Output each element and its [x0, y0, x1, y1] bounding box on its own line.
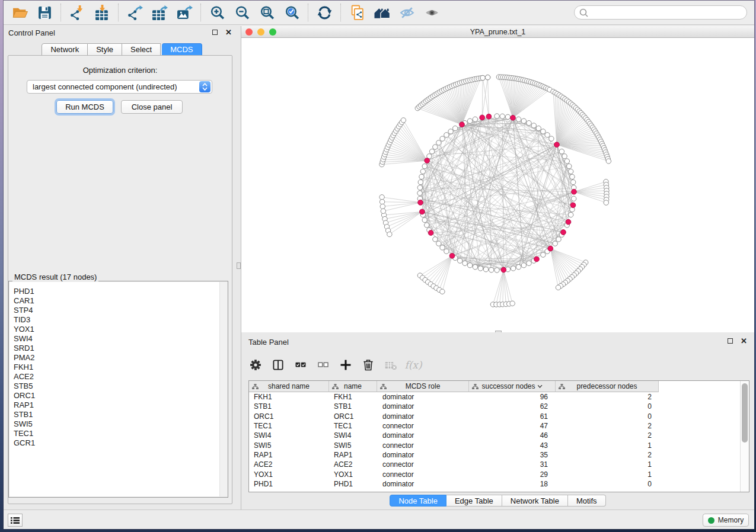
mcds-result-item[interactable]: ACE2 — [14, 372, 227, 382]
close-panel-button[interactable]: Close panel — [121, 100, 183, 114]
column-header-shared-name[interactable]: shared name — [249, 381, 329, 392]
mcds-result-item[interactable]: TEC1 — [14, 429, 227, 438]
import-network-button[interactable] — [65, 2, 90, 23]
delete-button[interactable] — [361, 358, 375, 372]
main-toolbar — [4, 1, 754, 25]
table-tab-network-table[interactable]: Network Table — [502, 495, 568, 507]
network-window-titlebar[interactable]: YPA_prune.txt_1 — [241, 26, 754, 38]
show-network-icon — [424, 5, 440, 21]
mcds-result-item[interactable]: PHD1 — [14, 287, 227, 296]
table-row[interactable]: YOX1YOX1connector291 — [249, 469, 740, 479]
select-all-icon — [294, 358, 307, 371]
table-row[interactable]: SWI5SWI5connector431 — [249, 440, 740, 450]
mcds-result-item[interactable]: SWI5 — [14, 419, 227, 429]
open-button[interactable] — [7, 2, 32, 23]
import-table-button[interactable] — [90, 2, 114, 23]
save-icon — [37, 5, 53, 21]
mcds-result-item[interactable]: SRD1 — [14, 344, 227, 353]
network-canvas[interactable] — [241, 38, 754, 332]
refresh-icon — [317, 5, 333, 21]
zoom-in-button[interactable] — [205, 2, 229, 23]
control-panel-title: Control Panel — [8, 28, 55, 37]
column-header-predecessor-nodes[interactable]: predecessor nodes — [556, 381, 659, 392]
deselect-all-button[interactable] — [316, 358, 330, 372]
table-header: shared namenameMCDS rolesuccessor nodesp… — [249, 381, 740, 392]
mcds-result-item[interactable]: YOX1 — [14, 325, 227, 334]
export-network-button[interactable] — [122, 2, 147, 23]
table-row[interactable]: FKH1FKH1dominator962 — [249, 392, 740, 402]
add-button[interactable] — [339, 358, 353, 372]
refresh-button[interactable] — [312, 2, 337, 23]
home-button[interactable] — [369, 2, 394, 23]
mcds-result-list[interactable]: PHD1CAR1STP4TID3YOX1SWI4SRD1PMA2FKH1ACE2… — [9, 282, 227, 496]
table-panel-title: Table Panel — [248, 338, 289, 347]
hide-network-button[interactable] — [394, 2, 419, 23]
share-document-button[interactable] — [344, 2, 369, 23]
table-tab-node-table[interactable]: Node Table — [390, 495, 446, 507]
close-icon[interactable]: ✕ — [741, 338, 747, 344]
table-tab-motifs[interactable]: Motifs — [568, 495, 606, 507]
function-builder-button[interactable]: f(x) — [406, 358, 420, 372]
tab-style[interactable]: Style — [88, 43, 122, 56]
split-columns-button[interactable] — [271, 358, 285, 372]
mcds-result-item[interactable]: TID3 — [14, 315, 227, 325]
float-icon[interactable] — [728, 338, 733, 344]
mcds-result-item[interactable]: STP4 — [14, 306, 227, 315]
search-box[interactable] — [574, 5, 747, 20]
mcds-result-item[interactable]: STB5 — [14, 382, 227, 391]
zoom-out-button[interactable] — [229, 2, 254, 23]
close-icon[interactable]: ✕ — [225, 30, 232, 35]
deselect-all-icon — [317, 358, 330, 371]
zoom-out-icon — [234, 5, 250, 21]
table-row[interactable]: RAP1RAP1dominator352 — [249, 450, 740, 460]
table-row[interactable]: TEC1TEC1connector472 — [249, 421, 740, 431]
export-image-button[interactable] — [172, 2, 197, 23]
tab-mcds[interactable]: MCDS — [162, 43, 202, 56]
column-type-icon — [559, 384, 565, 390]
mcds-result-item[interactable]: SWI4 — [14, 334, 227, 344]
zoom-fit-button[interactable] — [254, 2, 279, 23]
memory-button[interactable]: Memory — [703, 514, 749, 527]
application-window: Control Panel ✕ NetworkStyleSelectMCDS O… — [4, 1, 754, 529]
search-input[interactable] — [592, 8, 742, 17]
run-mcds-button[interactable]: Run MCDS — [56, 100, 113, 114]
table-tab-edge-table[interactable]: Edge Table — [446, 495, 502, 507]
add-icon — [339, 358, 352, 371]
mcds-result-item[interactable]: PMA2 — [14, 353, 227, 363]
column-header-successor-nodes[interactable]: successor nodes — [469, 381, 556, 392]
show-network-button[interactable] — [419, 2, 444, 23]
table-scrollbar[interactable] — [740, 381, 749, 492]
export-table-button[interactable] — [147, 2, 172, 23]
task-history-button[interactable] — [8, 514, 23, 527]
hide-network-icon — [399, 5, 415, 21]
mcds-result-item[interactable]: RAP1 — [14, 400, 227, 410]
mcds-result-item[interactable]: ORC1 — [14, 391, 227, 400]
mcds-result-scrollbar[interactable] — [219, 282, 227, 496]
float-icon[interactable] — [212, 30, 218, 35]
column-header-name[interactable]: name — [329, 381, 377, 392]
column-header-MCDS-role[interactable]: MCDS role — [377, 381, 469, 392]
settings-button[interactable] — [248, 358, 263, 372]
table-row[interactable]: ACE2ACE2connector311 — [249, 460, 740, 469]
table-row[interactable]: SWI4SWI4dominator462 — [249, 431, 740, 440]
optimization-criterion-label: Optimization criterion: — [8, 66, 232, 75]
table-row[interactable]: ORC1ORC1dominator610 — [249, 412, 740, 421]
mcds-result-item[interactable]: CAR1 — [14, 296, 227, 306]
tab-select[interactable]: Select — [122, 43, 161, 56]
table-row[interactable]: PHD1PHD1dominator180 — [249, 479, 740, 489]
table-scrollbar-thumb[interactable] — [742, 383, 748, 443]
zoom-in-icon — [209, 5, 225, 21]
mcds-result-item[interactable]: GCR1 — [14, 438, 227, 448]
criterion-select[interactable]: largest connected component (undirected) — [27, 80, 212, 94]
table-row[interactable]: STB1STB1dominator620 — [249, 402, 740, 411]
tab-network[interactable]: Network — [42, 43, 88, 56]
save-button[interactable] — [32, 2, 57, 23]
vertical-splitter-grip[interactable] — [237, 262, 241, 269]
mcds-result-item[interactable]: FKH1 — [14, 363, 227, 372]
delete-icon — [362, 358, 375, 371]
node-table: shared namenameMCDS rolesuccessor nodesp… — [248, 380, 749, 492]
zoom-selected-button[interactable] — [279, 2, 304, 23]
select-all-button[interactable] — [294, 358, 308, 372]
delete-table-button[interactable] — [384, 358, 398, 372]
mcds-result-item[interactable]: STB1 — [14, 410, 227, 419]
